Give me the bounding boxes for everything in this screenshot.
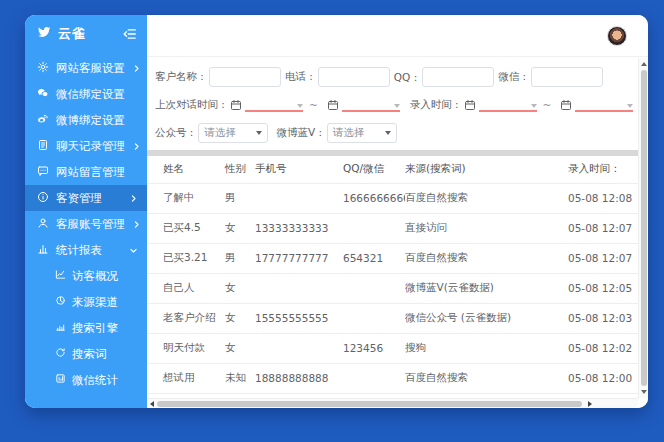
leads-table: 姓名 性别 手机号 QQ/微信 来源(搜索词) 录入时间： 了解中 男	[147, 156, 638, 394]
sidebar-item-wechat-binding[interactable]: 微信绑定设置	[25, 81, 147, 107]
sidebar-item-chat-records[interactable]: 聊天记录管理	[25, 133, 147, 159]
calendar-icon	[464, 99, 476, 111]
cell-gender: 女	[225, 303, 255, 333]
app-window: 云雀 网站客服设置 微信绑定设置 微博绑定设置	[25, 15, 648, 408]
sidebar-subitem-source-channels[interactable]: 来源渠道	[25, 289, 147, 315]
sidebar-subitem-search-words[interactable]: 搜索词	[25, 341, 147, 367]
phone-input[interactable]	[318, 67, 390, 87]
sidebar-item-label: 客资管理	[56, 191, 102, 206]
user-avatar[interactable]	[607, 26, 627, 46]
sidebar-item-statistics[interactable]: 统计报表	[25, 237, 147, 263]
table-row: 自己人 女 微博蓝V(云雀数据) 05-08 12:05	[147, 273, 638, 303]
sidebar-item-label: 微信绑定设置	[56, 87, 125, 102]
user-icon	[37, 217, 49, 232]
filter-row-3: 公众号 : 请选择 微博蓝V : 请选择	[155, 122, 640, 144]
cell-qq-wechat: 123456	[343, 333, 405, 363]
sidebar-item-label: 微信统计	[72, 373, 118, 388]
last-chat-end-datepicker[interactable]	[327, 98, 400, 112]
sidebar-nav: 网站客服设置 微信绑定设置 微博绑定设置 聊天记录管理	[25, 55, 147, 393]
cell-gender: 女	[225, 333, 255, 363]
sidebar-item-label: 搜索引擎	[72, 321, 118, 336]
sidebar-item-site-messages[interactable]: 网站留言管理	[25, 159, 147, 185]
horizontal-scrollbar-thumb[interactable]	[157, 401, 582, 407]
customer-name-label: 客户名称 :	[155, 70, 204, 84]
entry-time-end-datepicker[interactable]	[560, 98, 633, 112]
vertical-scrollbar-thumb[interactable]	[641, 70, 647, 386]
chevron-right-icon	[132, 64, 141, 73]
sidebar-item-label: 网站客服设置	[56, 61, 125, 76]
sidebar-item-label: 统计报表	[56, 243, 102, 258]
sidebar-subitem-visitor-overview[interactable]: 访客概况	[25, 263, 147, 289]
cell-name: 自己人	[147, 273, 225, 303]
bird-logo-icon	[36, 24, 52, 44]
leads-table-container: 姓名 性别 手机号 QQ/微信 来源(搜索词) 录入时间： 了解中 男	[147, 156, 648, 394]
document-icon	[37, 139, 49, 154]
bar-chart-icon	[37, 243, 49, 258]
sidebar-item-weibo-binding[interactable]: 微博绑定设置	[25, 107, 147, 133]
line-chart-icon	[55, 269, 66, 283]
caret-down-icon	[256, 131, 262, 135]
cell-name: 明天付款	[147, 333, 225, 363]
customer-name-input[interactable]	[209, 67, 281, 87]
sidebar-item-site-service-settings[interactable]: 网站客服设置	[25, 55, 147, 81]
col-name: 姓名	[147, 156, 225, 183]
chevron-right-icon	[132, 142, 141, 151]
cell-mobile	[255, 273, 343, 303]
scroll-down-arrow-icon[interactable]	[641, 390, 647, 394]
main-content: 客户名称 : 电话 : QQ : 微信 : 上次对话时间 : ~	[147, 15, 648, 408]
last-chat-start-datepicker[interactable]	[230, 98, 303, 112]
filter-row-1: 客户名称 : 电话 : QQ : 微信 :	[155, 66, 640, 88]
cell-mobile	[255, 183, 343, 213]
caret-down-icon	[531, 104, 537, 108]
logo-text: 云雀	[58, 25, 86, 43]
sidebar-item-customer-leads[interactable]: 客资管理	[25, 185, 147, 211]
grid-chart-icon	[55, 373, 66, 387]
col-mobile: 手机号	[255, 156, 343, 183]
cell-gender: 男	[225, 243, 255, 273]
official-account-select[interactable]: 请选择	[198, 123, 268, 143]
cell-gender: 未知	[225, 363, 255, 393]
sidebar-subitem-search-engines[interactable]: 搜索引擎	[25, 315, 147, 341]
caret-down-icon	[627, 104, 633, 108]
cell-gender: 女	[225, 213, 255, 243]
select-value: 请选择	[333, 126, 365, 140]
wechat-icon	[37, 87, 49, 102]
sidebar-item-label: 客服账号管理	[56, 217, 125, 232]
entry-time-label: 录入时间 :	[410, 98, 459, 112]
scroll-right-arrow-icon[interactable]	[588, 401, 592, 407]
scroll-up-arrow-icon[interactable]	[641, 62, 647, 66]
cell-name: 已买3.21	[147, 243, 225, 273]
table-row: 明天付款 女 123456 搜狗 05-08 12:02	[147, 333, 638, 363]
cell-qq-wechat	[343, 363, 405, 393]
cell-source: 百度自然搜索	[405, 183, 568, 213]
collapse-menu-button[interactable]	[123, 27, 137, 41]
cell-qq-wechat	[343, 273, 405, 303]
cell-entry-time: 05-08 12:07	[568, 213, 638, 243]
last-chat-time-label: 上次对话时间 :	[155, 98, 225, 112]
qq-input[interactable]	[422, 67, 494, 87]
cell-source: 微博蓝V(云雀数据)	[405, 273, 568, 303]
weibo-v-select[interactable]: 请选择	[327, 123, 397, 143]
logo-bar: 云雀	[25, 15, 147, 53]
col-source: 来源(搜索词)	[405, 156, 568, 183]
cell-gender: 女	[225, 273, 255, 303]
sidebar-subitem-wechat-stats[interactable]: 微信统计	[25, 367, 147, 393]
scroll-left-arrow-icon[interactable]	[150, 401, 154, 407]
chevron-down-icon	[129, 246, 138, 255]
vertical-scrollbar[interactable]	[638, 58, 648, 398]
weibo-v-label: 微博蓝V :	[276, 126, 322, 140]
cell-qq-wechat	[343, 213, 405, 243]
wechat-input[interactable]	[531, 67, 603, 87]
table-row: 了解中 男 16666666666 百度自然搜索 05-08 12:08	[147, 183, 638, 213]
table-header-row: 姓名 性别 手机号 QQ/微信 来源(搜索词) 录入时间：	[147, 156, 638, 183]
cell-qq-wechat	[343, 303, 405, 333]
entry-time-start-datepicker[interactable]	[464, 98, 537, 112]
cell-qq-wechat: 16666666666	[343, 183, 405, 213]
horizontal-scrollbar[interactable]	[147, 398, 638, 408]
sidebar-item-label: 聊天记录管理	[56, 139, 125, 154]
cell-source: 百度自然搜索	[405, 243, 568, 273]
sidebar-item-agent-accounts[interactable]: 客服账号管理	[25, 211, 147, 237]
calendar-icon	[560, 99, 572, 111]
cell-entry-time: 05-08 12:08	[568, 183, 638, 213]
cell-source: 微信公众号 (云雀数据)	[405, 303, 568, 333]
